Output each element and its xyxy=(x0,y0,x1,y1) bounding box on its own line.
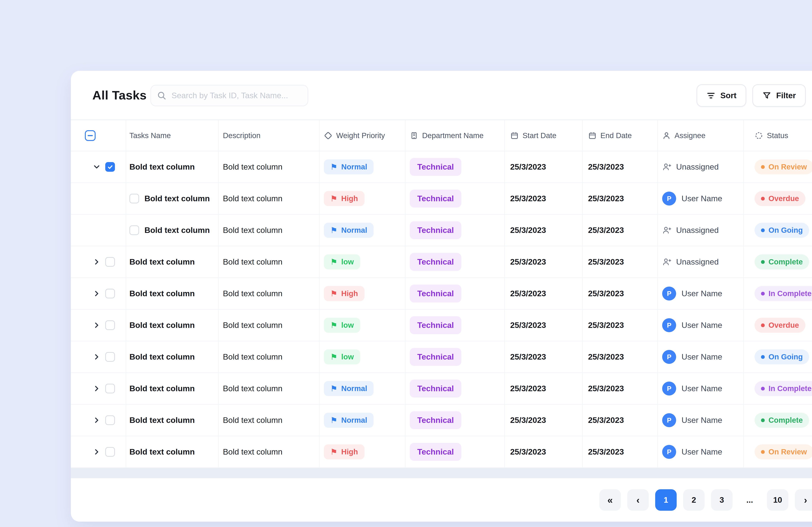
status-label: On Review xyxy=(768,448,807,456)
tasks-table: Tasks NameDescriptionWeight PriorityDepa… xyxy=(71,120,812,468)
start-date: 25/3/2023 xyxy=(510,320,546,330)
end-date: 25/3/2023 xyxy=(588,320,624,330)
priority-label: Normal xyxy=(341,384,367,393)
chevron-right-icon[interactable] xyxy=(92,384,101,393)
search-input[interactable] xyxy=(150,85,308,106)
pagination-page-1[interactable]: 1 xyxy=(655,489,677,511)
priority-label: Normal xyxy=(341,416,367,424)
filter-icon xyxy=(762,91,771,100)
dashed-circle-icon xyxy=(755,131,763,140)
priority-cell: ⚑Normal xyxy=(320,405,405,436)
row-checkbox[interactable] xyxy=(105,289,115,298)
status-cell: Overdue xyxy=(744,310,812,341)
row-checkbox[interactable] xyxy=(129,225,139,235)
description-cell: Bold text column xyxy=(219,183,320,214)
assignee-name: Unassigned xyxy=(676,162,719,171)
start-date: 25/3/2023 xyxy=(510,257,546,267)
end-date: 25/3/2023 xyxy=(588,416,624,425)
column-header: Assignee xyxy=(658,120,744,151)
sort-button[interactable]: Sort xyxy=(697,84,746,107)
pagination-page-3[interactable]: 3 xyxy=(711,489,733,511)
start-date-cell: 25/3/2023 xyxy=(505,436,583,467)
start-date-cell: 25/3/2023 xyxy=(505,246,583,277)
department-cell: Technical xyxy=(405,310,505,341)
chevron-right-icon[interactable] xyxy=(92,321,101,330)
start-date: 25/3/2023 xyxy=(510,289,546,298)
task-name: Bold text column xyxy=(129,320,195,330)
status-label: In Complete xyxy=(768,384,811,393)
priority-cell: ⚑Normal xyxy=(320,373,405,404)
row-checkbox[interactable] xyxy=(105,162,115,172)
row-checkbox[interactable] xyxy=(105,447,115,457)
name-cell: Bold text column xyxy=(126,151,219,182)
row-checkbox[interactable] xyxy=(105,384,115,393)
priority-label: Normal xyxy=(341,163,367,171)
assignee-cell: PUser Name xyxy=(658,310,744,341)
table-row: Bold text columnBold text column⚑HighTec… xyxy=(71,436,812,468)
row-checkbox[interactable] xyxy=(129,194,139,204)
table-header-row: Tasks NameDescriptionWeight PriorityDepa… xyxy=(71,120,812,151)
pagination-next-page[interactable]: › xyxy=(795,489,812,511)
search-box xyxy=(150,85,308,106)
priority-cell: ⚑low xyxy=(320,341,405,373)
select-all-checkbox[interactable] xyxy=(85,130,96,141)
chevron-right-icon[interactable] xyxy=(92,289,101,298)
filter-button[interactable]: Filter xyxy=(752,84,806,107)
pagination-page-2[interactable]: 2 xyxy=(683,489,705,511)
row-checkbox[interactable] xyxy=(105,257,115,267)
chevron-right-icon[interactable] xyxy=(92,448,101,456)
pagination-prev-page[interactable]: ‹ xyxy=(627,489,649,511)
start-date: 25/3/2023 xyxy=(510,194,546,203)
status-badge: In Complete xyxy=(755,286,812,301)
priority-label: High xyxy=(341,448,358,456)
status-label: In Complete xyxy=(768,289,811,298)
column-label: Start Date xyxy=(523,131,556,140)
department-cell: Technical xyxy=(405,151,505,182)
department-badge: Technical xyxy=(410,348,461,366)
avatar: P xyxy=(662,318,676,332)
column-header: Status xyxy=(744,120,812,151)
calendar-icon xyxy=(588,131,597,140)
column-header: End Date xyxy=(583,120,658,151)
end-date-cell: 25/3/2023 xyxy=(583,183,658,214)
pagination-page-10[interactable]: 10 xyxy=(767,489,788,511)
department-badge: Technical xyxy=(410,285,461,302)
start-date-cell: 25/3/2023 xyxy=(505,341,583,373)
status-dot-icon xyxy=(761,165,765,169)
end-date-cell: 25/3/2023 xyxy=(583,373,658,404)
task-name: Bold text column xyxy=(129,162,195,171)
task-name: Bold text column xyxy=(129,447,195,456)
person-icon xyxy=(662,131,671,140)
start-date-cell: 25/3/2023 xyxy=(505,215,583,246)
expand-cell xyxy=(81,436,126,467)
expand-cell xyxy=(81,405,126,436)
chevron-right-icon[interactable] xyxy=(92,258,101,266)
priority-cell: ⚑low xyxy=(320,246,405,277)
chevron-right-icon[interactable] xyxy=(92,416,101,424)
status-badge: On Going xyxy=(755,349,809,364)
task-description: Bold text column xyxy=(223,194,282,203)
task-description: Bold text column xyxy=(223,320,282,330)
row-checkbox[interactable] xyxy=(105,320,115,330)
column-label: Description xyxy=(223,131,260,140)
assignee-name: User Name xyxy=(682,447,722,456)
column-header: Weight Priority xyxy=(320,120,405,151)
tasks-panel: All Tasks Sort Filter Task xyxy=(71,71,812,522)
table-row: Bold text columnBold text column⚑lowTech… xyxy=(71,341,812,373)
flag-icon: ⚑ xyxy=(330,258,337,266)
pagination-first-page[interactable]: « xyxy=(599,489,621,511)
assignee-cell: PUser Name xyxy=(658,278,744,309)
assignee-name: User Name xyxy=(682,384,722,393)
expand-cell xyxy=(81,278,126,309)
row-checkbox[interactable] xyxy=(105,416,115,425)
priority-cell: ⚑Normal xyxy=(320,151,405,182)
name-cell: Bold text column xyxy=(126,341,219,373)
row-checkbox[interactable] xyxy=(105,352,115,362)
chevron-right-icon[interactable] xyxy=(92,352,101,361)
description-cell: Bold text column xyxy=(219,436,320,467)
expand-cell xyxy=(81,246,126,277)
diamond-icon xyxy=(324,131,332,140)
expand-cell xyxy=(81,341,126,373)
description-cell: Bold text column xyxy=(219,310,320,341)
chevron-down-icon[interactable] xyxy=(92,163,101,171)
